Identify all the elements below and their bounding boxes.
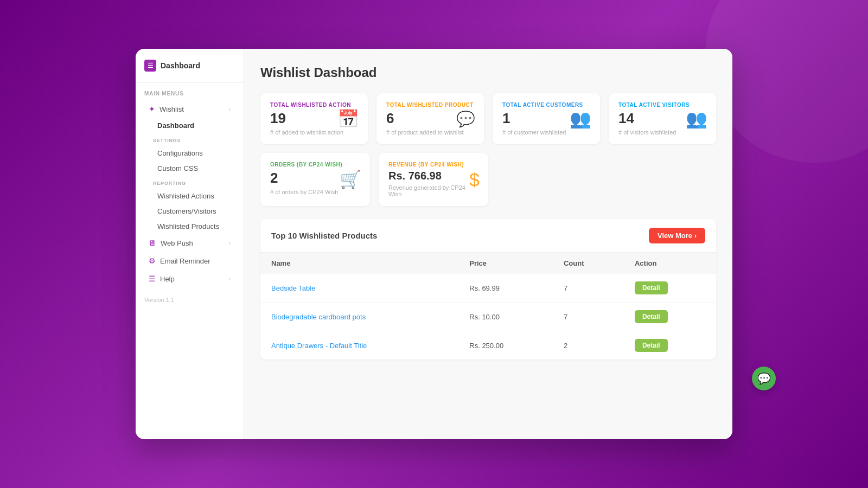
stat-card-revenue-sub: Revenue generated by CP24 Wish — [388, 184, 478, 197]
cell-price: Rs. 250.00 — [458, 331, 553, 360]
sidebar-sub-wishlisted-products[interactable]: Wishlisted Products — [140, 219, 239, 234]
cart-icon: 🛒 — [340, 169, 361, 190]
sidebar-sub-customers-visitors[interactable]: Customers/Visitors — [140, 204, 239, 219]
cell-action: Detail — [624, 274, 716, 303]
sidebar-item-web-push[interactable]: 🖥 Web Push › — [140, 234, 239, 252]
stat-card-wishlisted-action: TOTAL WISHLISTED ACTION 19 # of added to… — [260, 93, 368, 144]
col-price: Price — [458, 253, 553, 274]
settings-label: SETTINGS — [136, 133, 244, 145]
customers-icon: 👥 — [570, 108, 591, 129]
sidebar-item-email-reminder-label: Email Reminder — [160, 257, 210, 265]
stat-card-3-sub: # of customer wishlisted — [502, 129, 590, 136]
stat-card-active-visitors: TOTAL ACTIVE VISITORS 14 # of visitors w… — [609, 93, 716, 144]
stat-cards-row-1: TOTAL WISHLISTED ACTION 19 # of added to… — [260, 93, 716, 144]
sidebar-item-email-reminder[interactable]: ⚙ Email Reminder — [140, 252, 239, 269]
sidebar-item-wishlist-label: Wishlist — [159, 105, 184, 113]
cell-action: Detail — [624, 303, 716, 331]
stat-card-2-label: TOTAL WISHLISTED PRODUCT — [386, 102, 474, 108]
wishlist-icon: ✦ — [149, 105, 155, 113]
cell-name: Biodegradable cardboard pots — [260, 303, 458, 331]
stat-cards-row-2: ORDERS (BY CP24 WISH) 2 # of orders by C… — [260, 153, 716, 206]
page-title: Wishlist Dashboad — [260, 65, 716, 80]
col-action: Action — [624, 253, 716, 274]
stat-card-1-label: TOTAL WISHLISTED ACTION — [270, 102, 358, 108]
table-title: Top 10 Wishlisted Products — [271, 231, 377, 240]
cell-name: Antique Drawers - Default Title — [260, 331, 458, 360]
chevron-right-icon-3: › — [229, 276, 231, 282]
table-thead: Name Price Count Action — [260, 253, 716, 274]
cell-count: 7 — [553, 274, 624, 303]
dashboard-icon: ☰ — [144, 60, 156, 72]
products-table: Name Price Count Action Bedside Table Rs… — [260, 253, 716, 359]
stat-card-revenue-label: REVENUE (BY CP24 WISH) — [388, 162, 478, 168]
sidebar-item-help[interactable]: ☰ Help › — [140, 270, 239, 287]
cell-name: Bedside Table — [260, 274, 458, 303]
stat-card-revenue: REVENUE (BY CP24 WISH) Rs. 766.98 Revenu… — [379, 153, 488, 206]
cell-price: Rs. 69.99 — [458, 274, 553, 303]
email-reminder-icon: ⚙ — [149, 256, 156, 265]
sidebar-item-wishlist[interactable]: ✦ Wishlist › — [140, 100, 239, 118]
stat-card-4-sub: # of visitors wishlisted — [618, 129, 706, 136]
table-row: Antique Drawers - Default Title Rs. 250.… — [260, 331, 716, 360]
table-header: Top 10 Wishlisted Products View More › — [260, 219, 716, 253]
main-content: Wishlist Dashboad TOTAL WISHLISTED ACTIO… — [244, 49, 732, 439]
empty-card-placeholder — [497, 153, 716, 206]
sidebar-section-main-menus: Main Menus — [136, 83, 244, 100]
stat-card-1-sub: # of added to wishlist action — [270, 129, 358, 136]
sidebar-item-web-push-label: Web Push — [161, 239, 193, 247]
visitors-icon: 👥 — [686, 108, 707, 129]
cell-action: Detail — [624, 331, 716, 360]
chat-fab-icon: 💬 — [757, 372, 771, 385]
web-push-icon: 🖥 — [149, 239, 156, 247]
sidebar-logo: ☰ Dashboard — [136, 60, 244, 83]
detail-button[interactable]: Detail — [635, 281, 668, 294]
version-label: Version 1.1 — [136, 288, 244, 303]
stat-card-revenue-value: Rs. 766.98 — [388, 170, 478, 182]
table-header-row: Name Price Count Action — [260, 253, 716, 274]
product-link[interactable]: Bedside Table — [271, 284, 315, 292]
sidebar: ☰ Dashboard Main Menus ✦ Wishlist › Dash… — [136, 49, 244, 439]
stat-card-wishlisted-product: TOTAL WISHLISTED PRODUCT 6 # of product … — [376, 93, 484, 144]
chat-bubble-icon: 💬 — [456, 110, 475, 128]
cell-price: Rs. 10.00 — [458, 303, 553, 331]
product-link[interactable]: Antique Drawers - Default Title — [271, 342, 367, 350]
reporting-label: REPORTING — [136, 176, 244, 188]
sidebar-sub-wishlisted-actions[interactable]: Wishlisted Actions — [140, 189, 239, 203]
cell-count: 7 — [553, 303, 624, 331]
calendar-icon: 📅 — [337, 108, 359, 129]
stat-card-3-label: TOTAL ACTIVE CUSTOMERS — [502, 102, 590, 108]
sidebar-sub-custom-css[interactable]: Custom CSS — [140, 161, 239, 176]
col-count: Count — [553, 253, 624, 274]
chevron-right-icon: › — [229, 106, 231, 112]
col-name: Name — [260, 253, 458, 274]
stat-card-2-sub: # of product added to wishlist — [386, 129, 474, 136]
sidebar-item-help-label: Help — [160, 275, 175, 283]
chevron-right-icon-2: › — [229, 240, 231, 246]
sidebar-logo-text: Dashboard — [161, 61, 200, 70]
detail-button[interactable]: Detail — [635, 339, 668, 352]
sidebar-sub-dashboard[interactable]: Dashboard — [140, 118, 239, 133]
help-icon: ☰ — [149, 274, 156, 283]
wishlisted-products-table-section: Top 10 Wishlisted Products View More › N… — [260, 219, 716, 359]
table-body: Bedside Table Rs. 69.99 7 Detail Biodegr… — [260, 274, 716, 359]
stat-card-orders-label: ORDERS (BY CP24 WISH) — [270, 162, 360, 168]
view-more-button[interactable]: View More › — [649, 228, 705, 243]
stat-card-orders: ORDERS (BY CP24 WISH) 2 # of orders by C… — [260, 153, 370, 206]
product-link[interactable]: Biodegradable cardboard pots — [271, 313, 366, 321]
cell-count: 2 — [553, 331, 624, 360]
stat-card-active-customers: TOTAL ACTIVE CUSTOMERS 1 # of customer w… — [493, 93, 600, 144]
chat-fab-button[interactable]: 💬 — [752, 367, 776, 390]
table-row: Biodegradable cardboard pots Rs. 10.00 7… — [260, 303, 716, 331]
dollar-icon: $ — [469, 169, 480, 190]
detail-button[interactable]: Detail — [635, 310, 668, 323]
table-row: Bedside Table Rs. 69.99 7 Detail — [260, 274, 716, 303]
sidebar-sub-configurations[interactable]: Configurations — [140, 146, 239, 160]
stat-card-4-label: TOTAL ACTIVE VISITORS — [618, 102, 706, 108]
